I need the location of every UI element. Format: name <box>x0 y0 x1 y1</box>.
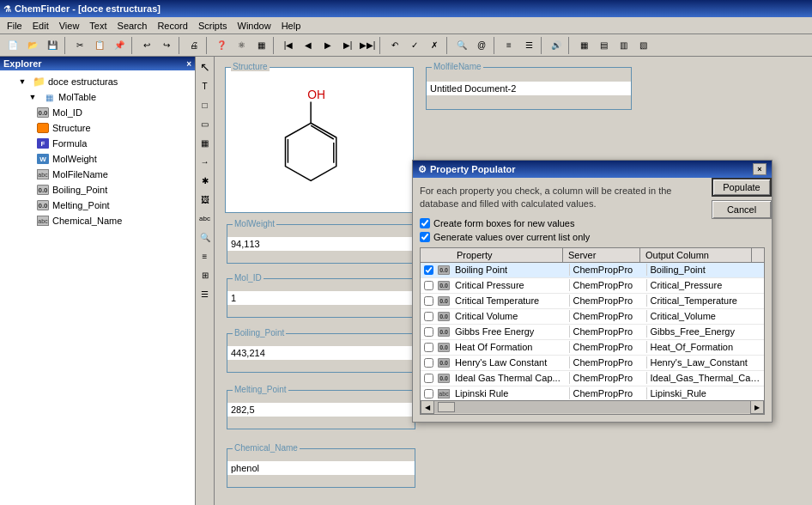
explorer-close-button[interactable]: × <box>186 59 191 69</box>
tree-item-root[interactable]: ▼ 📁 doce estructuras <box>3 74 191 89</box>
tree-item-melting[interactable]: 0.0 Melting_Point <box>3 198 191 213</box>
tool-extra3[interactable]: ☰ <box>197 285 214 302</box>
prop-checkbox-3[interactable] <box>424 312 433 321</box>
prop-checkbox-4[interactable] <box>424 327 433 337</box>
toolbar-search[interactable]: 🔍 <box>452 36 471 55</box>
toolbar-list[interactable]: ≡ <box>500 36 518 55</box>
tool-abc[interactable]: abc <box>197 210 214 227</box>
toolbar-print[interactable]: 🖨 <box>185 36 203 55</box>
tool-image[interactable]: 🖼 <box>197 191 214 208</box>
tool-special[interactable]: ✱ <box>197 172 214 189</box>
tool-table[interactable]: ▦ <box>197 134 214 151</box>
cancel-button[interactable]: Cancel <box>712 200 772 219</box>
toolbar-check[interactable]: ✓ <box>405 36 424 55</box>
horizontal-scrollbar[interactable]: ◀ ▶ <box>421 400 764 414</box>
toolbar-redo[interactable]: ↪ <box>157 36 176 55</box>
toolbar-grid2[interactable]: ▤ <box>594 36 613 55</box>
toolbar-form[interactable]: ☰ <box>519 36 538 55</box>
newvalues-checkbox[interactable] <box>420 218 430 228</box>
toolbar-help[interactable]: ❓ <box>212 36 231 55</box>
prop-checkbox-2[interactable] <box>424 296 433 306</box>
toolbar-play[interactable]: ▶ <box>318 36 337 55</box>
toolbar-back[interactable]: ↶ <box>385 36 404 55</box>
toolbar-new[interactable]: 📄 <box>3 36 22 55</box>
toolbar-cut[interactable]: ✂ <box>70 36 89 55</box>
tool-field[interactable]: ▭ <box>197 115 214 132</box>
toolbar-last[interactable]: ▶▶| <box>358 36 377 55</box>
menu-text[interactable]: Text <box>84 19 112 33</box>
toolbar-copy[interactable]: 📋 <box>90 36 109 55</box>
property-row-2[interactable]: 0.0 Critical Temperature ChemPropPro Cri… <box>421 294 764 309</box>
toolbar-grid3[interactable]: ▥ <box>614 36 633 55</box>
scroll-thumb[interactable] <box>438 402 455 412</box>
prop-check-5[interactable] <box>421 343 436 352</box>
prop-checkbox-1[interactable] <box>424 281 433 290</box>
tool-extra1[interactable]: ≡ <box>197 247 214 265</box>
toolbar-prev[interactable]: ◀ <box>299 36 318 55</box>
prop-checkbox-5[interactable] <box>424 343 433 352</box>
property-row-6[interactable]: 0.0 Henry's Law Constant ChemPropPro Hen… <box>421 356 764 371</box>
molweight-input[interactable] <box>227 237 415 251</box>
tool-text[interactable]: T <box>197 77 214 94</box>
prop-checkbox-6[interactable] <box>424 358 433 368</box>
boiling-input[interactable] <box>227 346 415 360</box>
scroll-right-button[interactable]: ▶ <box>750 400 764 414</box>
tree-item-formula[interactable]: F Formula <box>3 136 191 151</box>
menu-view[interactable]: View <box>54 19 85 33</box>
property-table-body[interactable]: 0.0 Boiling Point ChemPropPro Boiling_Po… <box>421 263 764 400</box>
menu-window[interactable]: Window <box>233 19 276 33</box>
tool-arrow[interactable]: → <box>197 153 214 170</box>
tool-box[interactable]: □ <box>197 96 214 113</box>
prop-check-7[interactable] <box>421 374 436 383</box>
melting-input[interactable] <box>227 403 415 417</box>
prop-check-8[interactable] <box>421 389 436 399</box>
property-row-5[interactable]: 0.0 Heat Of Formation ChemPropPro Heat_O… <box>421 340 764 356</box>
toolbar-x[interactable]: ✗ <box>425 36 444 55</box>
toolbar-at[interactable]: @ <box>472 36 491 55</box>
prop-checkbox-8[interactable] <box>424 389 433 399</box>
tree-item-molid[interactable]: 0.0 Mol_ID <box>3 105 191 120</box>
toolbar-grid1[interactable]: ▦ <box>574 36 593 55</box>
menu-edit[interactable]: Edit <box>27 19 54 33</box>
toolbar-undo[interactable]: ↩ <box>137 36 156 55</box>
prop-checkbox-0[interactable] <box>424 265 433 275</box>
prop-check-0[interactable] <box>421 265 436 275</box>
property-row-4[interactable]: 0.0 Gibbs Free Energy ChemPropPro Gibbs_… <box>421 325 764 340</box>
toolbar-save[interactable]: 💾 <box>43 36 62 55</box>
toolbar-grid4[interactable]: ▧ <box>633 36 652 55</box>
tool-extra2[interactable]: ⊞ <box>197 266 214 283</box>
currentlist-checkbox[interactable] <box>420 232 430 242</box>
tree-item-molfilename[interactable]: abc MolFileName <box>3 167 191 182</box>
prop-checkbox-7[interactable] <box>424 374 433 383</box>
molfilename-input[interactable] <box>427 82 631 95</box>
tree-item-molweight[interactable]: W MolWeight <box>3 151 191 167</box>
scroll-left-button[interactable]: ◀ <box>421 400 434 414</box>
property-row-7[interactable]: 0.0 Ideal Gas Thermal Cap... ChemPropPro… <box>421 371 764 386</box>
menu-help[interactable]: Help <box>276 19 306 33</box>
toolbar-open[interactable]: 📂 <box>23 36 42 55</box>
toolbar-paste[interactable]: 📌 <box>110 36 129 55</box>
property-row-3[interactable]: 0.0 Critical Volume ChemPropPro Critical… <box>421 309 764 325</box>
prop-check-4[interactable] <box>421 327 436 337</box>
populate-button[interactable]: Populate <box>712 178 772 197</box>
tree-item-boiling[interactable]: 0.0 Boiling_Point <box>3 182 191 198</box>
menu-record[interactable]: Record <box>152 19 192 33</box>
prop-check-2[interactable] <box>421 296 436 306</box>
toolbar-atom[interactable]: ⚛ <box>232 36 251 55</box>
tree-item-chemname[interactable]: abc Chemical_Name <box>3 213 191 228</box>
prop-check-3[interactable] <box>421 312 436 321</box>
toolbar-struct[interactable]: ▦ <box>251 36 270 55</box>
tree-item-structure[interactable]: Structure <box>3 120 191 136</box>
molid-input[interactable] <box>227 291 415 305</box>
chemname-input[interactable] <box>227 461 415 475</box>
tool-select[interactable]: ↖ <box>197 58 214 76</box>
menu-search[interactable]: Search <box>112 19 153 33</box>
menu-file[interactable]: File <box>2 19 27 33</box>
toolbar-first[interactable]: |◀ <box>279 36 298 55</box>
property-row-0[interactable]: 0.0 Boiling Point ChemPropPro Boiling_Po… <box>421 263 764 278</box>
toolbar-speaker[interactable]: 🔊 <box>547 36 566 55</box>
tool-zoom[interactable]: 🔍 <box>197 228 214 246</box>
tree-item-moltable[interactable]: ▼ ▦ MolTable <box>3 89 191 105</box>
property-row-8[interactable]: abc Lipinski Rule ChemPropPro Lipinski_R… <box>421 386 764 400</box>
toolbar-next[interactable]: ▶| <box>338 36 357 55</box>
